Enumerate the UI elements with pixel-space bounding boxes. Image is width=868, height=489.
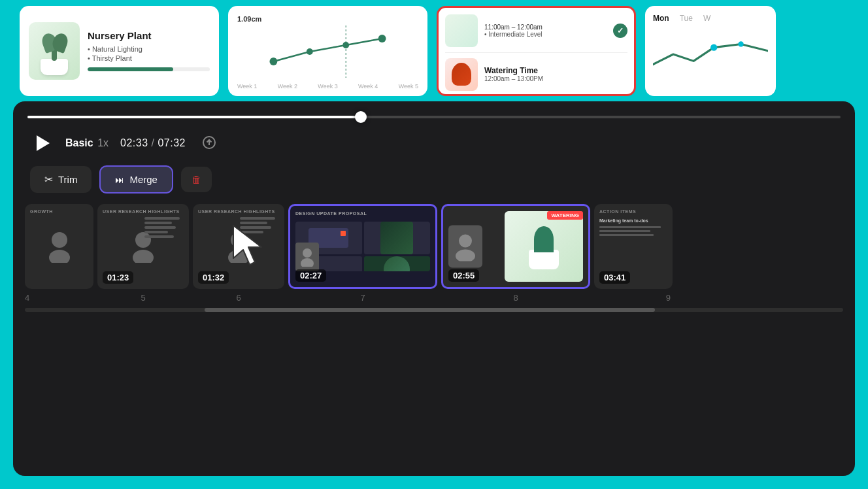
calendar-header: Mon Tue W <box>653 14 768 23</box>
edit-toolbar: ✂ Trim ⏭ Merge 🗑 <box>13 161 855 204</box>
delete-button[interactable]: 🗑 <box>181 167 212 192</box>
avatar-icon <box>46 230 73 263</box>
nursery-info: Nursery Plant • Natural Lighting • Thirs… <box>88 30 210 71</box>
svg-point-9 <box>459 234 472 247</box>
nursery-progress-fill <box>88 67 173 71</box>
watering-top-entry: 11:00am – 12:00am • Intermediate Level ✓ <box>445 14 627 53</box>
calendar-card: Mon Tue W <box>645 6 776 96</box>
calendar-graph <box>653 28 768 80</box>
clip-label: DESIGN UPDATE PROPOSAL <box>295 211 367 216</box>
clip-content <box>240 217 279 233</box>
chart-weeks: Week 1 Week 2 Week 3 Week 4 Week 5 <box>237 83 418 90</box>
clip-5[interactable]: USER RESEARCH HIGHLIGHTS 01:23 <box>97 204 189 289</box>
svg-point-16 <box>710 44 717 50</box>
clips-row: GROWTH USER RESEARCH HIGHLIGHTS <box>13 204 855 289</box>
chart-area <box>237 25 418 78</box>
clip-7[interactable]: DESIGN UPDATE PROPOSAL <box>288 204 437 289</box>
watering-level: • Intermediate Level <box>484 31 542 38</box>
seekbar-track[interactable] <box>27 116 841 118</box>
watering-bottom-time: 12:00am – 13:00PM <box>484 75 543 82</box>
nursery-title: Nursery Plant <box>88 30 210 41</box>
merge-button[interactable]: ⏭ Merge <box>99 165 173 194</box>
upload-icon <box>201 135 217 150</box>
clip-label: USER RESEARCH HIGHLIGHTS <box>198 209 275 214</box>
clip-label: ACTION ITEMS <box>599 209 636 214</box>
clip-9[interactable]: ACTION ITEMS Marketing team to-dos 03:41 <box>594 204 673 289</box>
clip-8[interactable]: WATERING 02:55 <box>441 204 590 289</box>
svg-point-7 <box>303 248 312 258</box>
watering-plant-image <box>445 14 478 47</box>
svg-point-10 <box>456 249 475 261</box>
clip-badge: WATERING <box>547 211 583 220</box>
day-label-mon: Mon <box>653 14 669 23</box>
trash-icon: 🗑 <box>192 174 201 185</box>
preview-strip: Nursery Plant • Natural Lighting • Thirs… <box>0 0 868 101</box>
svg-point-17 <box>738 41 743 46</box>
chart-card: 1.09cm Week 1 Week 2 Week 3 Week 4 Week … <box>228 6 427 96</box>
day-label-tue: Tue <box>680 14 693 23</box>
clip-time-badge: 02:27 <box>295 269 326 282</box>
trim-button[interactable]: ✂ Trim <box>30 166 92 193</box>
svg-point-2 <box>49 250 70 263</box>
clip-content: Marketing team to-dos <box>599 218 667 236</box>
timeline-scrollbar[interactable] <box>25 308 843 312</box>
day-label-w: W <box>703 14 710 23</box>
seekbar-thumb[interactable] <box>355 111 367 123</box>
clip-time-badge: 01:32 <box>198 271 229 284</box>
playback-controls: Basic 1x 02:33 / 07:32 <box>13 125 855 161</box>
time-display: 02:33 / 07:32 <box>120 137 186 149</box>
nursery-plant-image <box>29 22 80 80</box>
play-icon <box>37 135 50 151</box>
seekbar-container <box>13 101 855 125</box>
scissors-icon: ✂ <box>44 173 53 186</box>
nursery-card: Nursery Plant • Natural Lighting • Thirs… <box>20 6 219 96</box>
clip-avatar-left <box>448 226 482 268</box>
watering-plant2-image <box>445 58 478 91</box>
clip-avatar-overlay <box>295 243 319 271</box>
svg-point-5 <box>231 232 246 248</box>
nursery-bullet1: • Natural Lighting <box>88 45 210 53</box>
playback-quality: Basic 1x <box>65 137 108 149</box>
clip-4[interactable]: GROWTH <box>25 204 93 289</box>
seekbar-filled <box>27 116 361 118</box>
svg-point-4 <box>133 250 154 263</box>
watering-bottom-title: Watering Time <box>484 66 543 75</box>
clip-time-badge: 01:23 <box>103 271 133 284</box>
nursery-bullet2: • Thirsty Plant <box>88 54 210 62</box>
nursery-progress-bar <box>88 67 210 71</box>
clip-time-badge: 03:41 <box>599 271 630 284</box>
watering-top-time: 11:00am – 12:00am <box>484 24 542 31</box>
clip-label: GROWTH <box>30 209 53 214</box>
timeline-area: GROWTH USER RESEARCH HIGHLIGHTS <box>13 204 855 476</box>
watering-bottom-entry: Watering Time 12:00am – 13:00PM <box>445 58 627 91</box>
avatar-icon <box>225 230 252 263</box>
play-button[interactable] <box>30 131 54 155</box>
svg-point-1 <box>52 232 67 248</box>
svg-point-6 <box>228 250 249 263</box>
merge-icon: ⏭ <box>115 175 124 185</box>
clip-plant-image <box>505 211 583 282</box>
clip-label: USER RESEARCH HIGHLIGHTS <box>103 209 180 214</box>
clip-numbers-row: 4 5 6 7 8 9 <box>13 289 855 307</box>
clip-content <box>144 217 184 238</box>
upload-button[interactable] <box>201 135 217 152</box>
clip-time-badge: 02:55 <box>448 269 479 282</box>
scrollbar-thumb[interactable] <box>205 308 655 312</box>
watering-card: 11:00am – 12:00am • Intermediate Level ✓… <box>437 6 636 96</box>
checkmark-icon: ✓ <box>613 24 627 38</box>
svg-point-8 <box>301 258 314 267</box>
clip-6[interactable]: USER RESEARCH HIGHLIGHTS 01:32 <box>193 204 284 289</box>
chart-label: 1.09cm <box>237 15 261 23</box>
